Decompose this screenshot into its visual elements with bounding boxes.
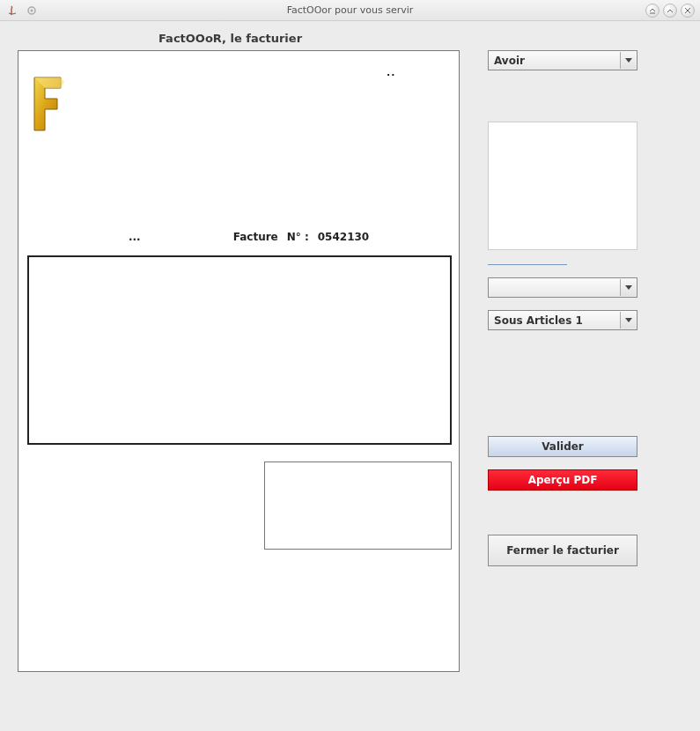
subarticle-select[interactable]: Sous Articles 1 [488, 310, 637, 330]
category-select[interactable] [488, 277, 637, 298]
chevron-down-icon [620, 279, 636, 296]
validate-button[interactable]: Valider [488, 436, 637, 457]
svg-point-1 [31, 9, 33, 11]
numero-label: N° : [287, 231, 309, 243]
mini-preview-panel [488, 122, 637, 250]
close-invoicer-button[interactable]: Fermer le facturier [488, 535, 637, 566]
preview-pdf-label: Aperçu PDF [528, 474, 598, 486]
chevron-down-icon [620, 312, 636, 329]
controls-panel: Avoir Sous Articles 1 Valider Aperçu PDF [488, 50, 637, 672]
logo-f-icon [31, 74, 66, 134]
numero-value: 0542130 [318, 231, 369, 243]
close-button[interactable] [681, 4, 695, 18]
java-icon [5, 4, 19, 18]
maximize-button[interactable] [663, 4, 677, 18]
subarticle-value: Sous Articles 1 [494, 314, 583, 327]
preview-pdf-button[interactable]: Aperçu PDF [488, 469, 637, 491]
minimize-button[interactable] [645, 4, 659, 18]
link-underline[interactable] [488, 264, 567, 265]
validate-label: Valider [542, 440, 584, 453]
invoice-type-select[interactable]: Avoir [488, 50, 637, 70]
invoice-preview-panel: .. ... Facture N° : 0542130 [18, 50, 460, 672]
titlebar: FactOOor pour vous servir [0, 0, 700, 21]
app-subtitle: FactOOoR, le facturier [158, 32, 682, 45]
close-invoicer-label: Fermer le facturier [506, 544, 619, 557]
gear-icon [25, 4, 39, 18]
header-dots: .. [387, 67, 395, 78]
invoice-number-line: ... Facture N° : 0542130 [129, 231, 446, 243]
facture-label: Facture [233, 231, 278, 243]
chevron-down-icon [620, 52, 636, 69]
app-content: FactOOoR, le facturier [0, 21, 700, 731]
window-title: FactOOor pour vous servir [287, 4, 414, 16]
invoice-totals-box [264, 461, 452, 550]
invoice-items-box [27, 255, 452, 445]
invoice-type-value: Avoir [494, 55, 525, 67]
client-dots: ... [129, 231, 141, 243]
